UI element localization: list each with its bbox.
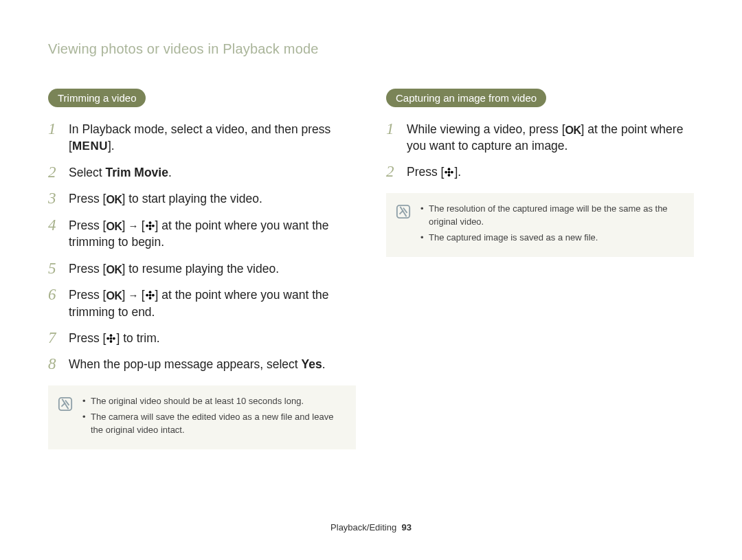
svg-point-12 <box>110 340 113 343</box>
ok-icon: OK <box>106 192 122 203</box>
step-text: Press []. <box>407 164 694 180</box>
svg-point-6 <box>148 291 151 294</box>
note-item: The captured image is saved as a new fil… <box>420 232 682 245</box>
svg-point-16 <box>448 171 451 174</box>
step-number: 4 <box>48 217 63 234</box>
section-pill-trimming: Trimming a video <box>48 89 146 107</box>
svg-point-13 <box>107 337 110 339</box>
note-box-trimming: The original video should be at least 10… <box>48 385 356 449</box>
note-list: The original video should be at least 10… <box>82 395 344 440</box>
step-number: 3 <box>48 190 63 208</box>
step-item: 3 Press [OK] to start playing the video. <box>48 190 356 208</box>
step-item: 5 Press [OK] to resume playing the video… <box>48 260 356 278</box>
left-column: Trimming a video 1 In Playback mode, sel… <box>48 89 356 449</box>
flower-icon <box>106 333 116 344</box>
step-item: 8 When the pop-up message appears, selec… <box>48 356 356 373</box>
step-text: Press [OK] → [] at the point where you w… <box>69 287 356 320</box>
note-box-capturing: The resolution of the captured image wil… <box>386 193 694 257</box>
step-item: 7 Press [] to trim. <box>48 330 356 347</box>
svg-point-9 <box>152 294 155 297</box>
step-number: 8 <box>48 356 63 373</box>
step-item: 1 In Playback mode, select a video, and … <box>48 121 356 155</box>
step-text: Press [OK] to resume playing the video. <box>69 260 356 277</box>
step-text: Select Trim Movie. <box>69 164 356 181</box>
flower-icon <box>145 221 155 231</box>
svg-point-20 <box>451 171 453 174</box>
step-text: When the pop-up message appears, select … <box>69 356 356 372</box>
svg-point-14 <box>113 337 115 339</box>
svg-point-19 <box>445 171 448 174</box>
step-number: 2 <box>386 164 401 181</box>
svg-point-8 <box>146 294 148 297</box>
ok-icon: OK <box>565 123 581 133</box>
page-number: 93 <box>401 522 411 533</box>
step-text: While viewing a video, press [OK] at the… <box>407 121 694 154</box>
step-number: 1 <box>48 121 63 138</box>
note-item: The camera will save the edited video as… <box>82 411 344 437</box>
svg-point-1 <box>148 222 151 225</box>
svg-point-17 <box>448 168 451 171</box>
ok-icon: OK <box>106 219 122 229</box>
step-number: 1 <box>386 121 401 138</box>
step-number: 5 <box>48 260 63 278</box>
step-item: 2 Press []. <box>386 164 694 181</box>
svg-point-4 <box>152 225 155 227</box>
step-text: In Playback mode, select a video, and th… <box>69 121 356 155</box>
note-icon <box>58 396 73 412</box>
page-footer: Playback/Editing 93 <box>0 522 742 533</box>
step-text: Press [OK] to start playing the video. <box>69 190 356 207</box>
page-heading: Viewing photos or videos in Playback mod… <box>48 41 694 57</box>
menu-icon: MENU <box>72 139 108 153</box>
note-icon <box>396 204 411 219</box>
svg-point-2 <box>148 227 151 230</box>
ok-icon: OK <box>106 262 122 273</box>
svg-point-0 <box>148 225 151 227</box>
svg-point-11 <box>110 334 113 337</box>
steps-list-trimming: 1 In Playback mode, select a video, and … <box>48 121 356 373</box>
step-number: 6 <box>48 287 63 304</box>
svg-point-10 <box>110 337 113 339</box>
svg-point-5 <box>148 294 151 297</box>
step-number: 2 <box>48 164 63 181</box>
right-column: Capturing an image from video 1 While vi… <box>386 89 694 449</box>
footer-label: Playback/Editing <box>330 522 396 533</box>
step-text: Press [OK] → [] at the point where you w… <box>69 217 356 250</box>
note-item: The original video should be at least 10… <box>82 395 344 408</box>
section-pill-capturing: Capturing an image from video <box>386 89 546 107</box>
ok-icon: OK <box>106 289 122 299</box>
svg-point-18 <box>448 174 451 177</box>
step-item: 2 Select Trim Movie. <box>48 164 356 181</box>
step-text: Press [] to trim. <box>69 330 356 346</box>
svg-point-7 <box>148 297 151 300</box>
step-item: 4 Press [OK] → [] at the point where you… <box>48 217 356 250</box>
flower-icon <box>444 167 454 177</box>
svg-point-3 <box>146 225 148 227</box>
step-number: 7 <box>48 330 63 347</box>
step-item: 6 Press [OK] → [] at the point where you… <box>48 287 356 320</box>
flower-icon <box>145 290 155 300</box>
content-columns: Trimming a video 1 In Playback mode, sel… <box>48 89 694 449</box>
step-item: 1 While viewing a video, press [OK] at t… <box>386 121 694 154</box>
note-item: The resolution of the captured image wil… <box>420 203 682 229</box>
steps-list-capturing: 1 While viewing a video, press [OK] at t… <box>386 121 694 181</box>
note-list: The resolution of the captured image wil… <box>420 203 682 247</box>
